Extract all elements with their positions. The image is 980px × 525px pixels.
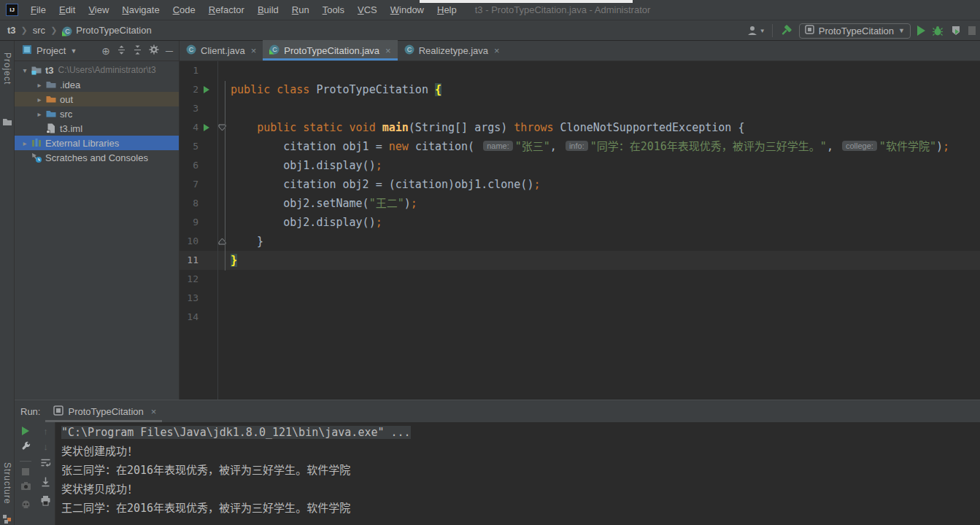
code-line-3[interactable]: 3 <box>180 99 980 118</box>
breadcrumb-src[interactable]: src <box>33 25 45 36</box>
folder-orange-icon <box>45 93 57 105</box>
menu-refactor[interactable]: Refactor <box>202 0 251 20</box>
run-toolbar-console: ↑ ↓ <box>36 422 55 525</box>
build-hammer-icon[interactable] <box>779 24 792 37</box>
menu-view[interactable]: View <box>82 0 115 20</box>
console-output[interactable]: "C:\Program Files\Java\jdk1.8.0_121\bin\… <box>55 422 980 525</box>
menu-run[interactable]: Run <box>285 0 316 20</box>
project-panel-title[interactable]: Project <box>36 45 66 56</box>
close-icon[interactable]: × <box>251 45 257 56</box>
tree-chevron-icon[interactable]: ▸ <box>35 110 44 118</box>
code-line-9[interactable]: 9 obj2.display(); <box>180 213 980 232</box>
console-line-1: "C:\Program Files\Java\jdk1.8.0_121\bin\… <box>61 423 980 442</box>
run-tab[interactable]: ProtoTypeCitation × <box>53 405 156 418</box>
fold-marker-icon[interactable] <box>215 118 229 137</box>
window-title: t3 - ProtoTypeCitation.java - Administra… <box>475 4 651 15</box>
line-number: 12 <box>180 270 198 289</box>
foreign-window-edge <box>420 0 633 3</box>
console-line-5: 王二同学：在2016年表现优秀，被评为三好学生。软件学院 <box>61 499 980 518</box>
structure-tool-icon[interactable] <box>2 513 12 525</box>
code-line-13[interactable]: 13 <box>180 289 980 308</box>
run-line-icon[interactable] <box>198 118 215 137</box>
run-button[interactable] <box>917 26 925 36</box>
tree-item-src[interactable]: ▸src <box>15 106 179 121</box>
close-icon[interactable]: × <box>151 406 157 417</box>
tree-chevron-icon[interactable]: ▸ <box>35 96 44 104</box>
hide-panel-icon[interactable]: ─ <box>166 46 173 56</box>
chevron-down-icon[interactable]: ▼ <box>70 47 77 55</box>
thread-dump-camera-icon[interactable] <box>20 481 31 494</box>
cropped-toolbar-icon <box>968 26 976 35</box>
menu-window[interactable]: Window <box>384 0 431 20</box>
wrench-settings-icon[interactable] <box>20 440 31 454</box>
tab-prototypecitation-java[interactable]: C ProtoTypeCitation.java × <box>263 40 397 61</box>
code-line-2[interactable]: 2public class ProtoTypeCitation { <box>180 80 980 99</box>
menu-build[interactable]: Build <box>251 0 285 20</box>
soft-wrap-icon[interactable] <box>40 457 51 471</box>
line-number: 14 <box>180 308 198 327</box>
code-line-5[interactable]: 5 citation obj1 = new citation( name:"张三… <box>180 137 980 156</box>
user-account-icon[interactable]: ▼ <box>746 25 765 36</box>
tab-realizetype-java[interactable]: C Realizetype.java × <box>398 40 506 61</box>
code-line-8[interactable]: 8 obj2.setName("王二"); <box>180 194 980 213</box>
run-panel: Run: ProtoTypeCitation × ↑ ↓ <box>15 400 980 525</box>
close-icon[interactable]: × <box>494 45 500 56</box>
scroll-to-end-icon[interactable] <box>40 476 51 490</box>
project-tool-icon[interactable] <box>2 117 12 130</box>
code-line-12[interactable]: 12 <box>180 270 980 289</box>
fold-marker-icon[interactable] <box>215 232 229 251</box>
tree-chevron-icon[interactable]: ▸ <box>20 139 29 147</box>
parameter-hint: college: <box>842 141 877 151</box>
gutter-space <box>198 194 215 213</box>
tree-item-scratches-and-consoles[interactable]: Scratches and Consoles <box>15 150 179 165</box>
locate-file-icon[interactable]: ⊕ <box>101 46 110 56</box>
chevron-right-icon: ❯ <box>21 26 28 35</box>
code-line-4[interactable]: 4 public static void main(String[] args)… <box>180 118 980 137</box>
tree-chevron-icon[interactable]: ▾ <box>20 66 29 74</box>
tool-window-button-structure[interactable]: Structure <box>2 462 12 505</box>
stop-button[interactable] <box>22 468 29 475</box>
menu-tools[interactable]: Tools <box>316 0 351 20</box>
breadcrumb-class[interactable]: ProtoTypeCitation <box>76 25 151 36</box>
gutter-space <box>215 99 229 118</box>
tool-window-button-project[interactable]: Project <box>2 52 12 85</box>
code-line-14[interactable]: 14 <box>180 308 980 327</box>
tab-client-java[interactable]: C Client.java × <box>180 40 263 61</box>
rerun-button[interactable] <box>22 427 29 435</box>
tree-item-t3[interactable]: ▾t3C:\Users\Administrator\t3 <box>15 63 179 77</box>
run-configuration-select[interactable]: ProtoTypeCitation ▼ <box>799 23 911 39</box>
run-panel-label: Run: <box>20 406 40 417</box>
scratches-icon <box>31 152 42 163</box>
tree-chevron-icon[interactable]: ▸ <box>35 81 44 89</box>
run-with-coverage-icon[interactable] <box>950 25 962 36</box>
menu-navigate[interactable]: Navigate <box>115 0 166 20</box>
kill-process-skull-icon[interactable] <box>20 499 31 513</box>
menu-help[interactable]: Help <box>431 0 463 20</box>
code-line-10[interactable]: 10 } <box>180 232 980 251</box>
menu-edit[interactable]: Edit <box>53 0 82 20</box>
settings-gear-icon[interactable] <box>149 44 159 58</box>
gutter-space <box>198 270 215 289</box>
print-icon[interactable] <box>40 495 51 509</box>
run-line-icon[interactable] <box>198 80 215 99</box>
debug-bug-icon[interactable] <box>932 25 944 36</box>
tree-item-t3-iml[interactable]: t3.iml <box>15 121 179 136</box>
code-editor[interactable]: 12public class ProtoTypeCitation {34 pub… <box>180 61 980 400</box>
code-line-1[interactable]: 1 <box>180 61 980 80</box>
collapse-all-icon[interactable] <box>133 44 142 58</box>
menu-vcs[interactable]: VCS <box>351 0 384 20</box>
tree-item-out[interactable]: ▸out <box>15 92 179 106</box>
down-stack-trace-icon[interactable]: ↓ <box>43 442 48 452</box>
expand-all-icon[interactable] <box>117 44 126 58</box>
breadcrumb-project[interactable]: t3 <box>7 25 16 36</box>
code-line-6[interactable]: 6 obj1.display(); <box>180 156 980 175</box>
up-stack-trace-icon[interactable]: ↑ <box>43 427 48 437</box>
close-icon[interactable]: × <box>385 45 391 56</box>
code-line-11[interactable]: 11} <box>180 251 980 270</box>
menu-code[interactable]: Code <box>166 0 202 20</box>
menu-file[interactable]: File <box>24 0 53 20</box>
tree-item-external-libraries[interactable]: ▸External Libraries <box>15 136 179 150</box>
tree-item--idea[interactable]: ▸.idea <box>15 77 179 92</box>
code-line-7[interactable]: 7 citation obj2 = (citation)obj1.clone()… <box>180 175 980 194</box>
gutter-space <box>215 308 229 327</box>
